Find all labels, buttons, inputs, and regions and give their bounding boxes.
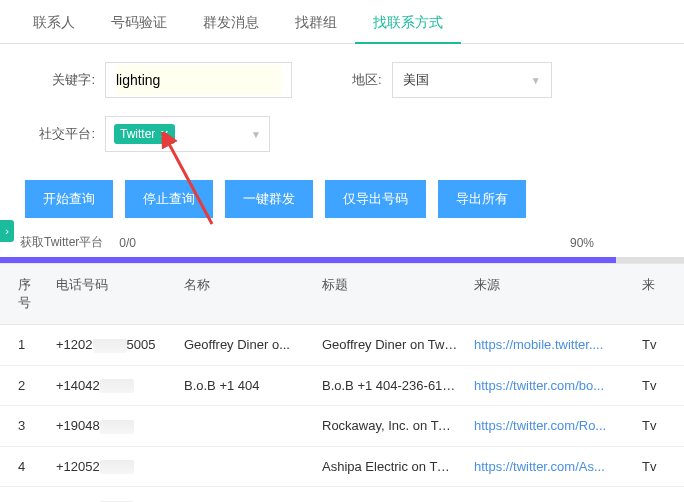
cell-phone: +14042 xyxy=(48,366,176,406)
cell-title: Geoffrey Diner on Twit... xyxy=(314,325,466,365)
keyword-label: 关键字: xyxy=(25,71,95,89)
progress-bar xyxy=(0,257,684,263)
col-source: 来源 xyxy=(466,264,634,324)
cell-idx: 5 xyxy=(0,487,48,502)
cell-source[interactable]: https://twitter.com/As... xyxy=(466,447,634,487)
col-phone: 电话号码 xyxy=(48,264,176,324)
tab-findcontact[interactable]: 找联系方式 xyxy=(355,4,461,44)
cell-name xyxy=(176,447,314,487)
tab-groupmsg[interactable]: 群发消息 xyxy=(185,4,277,43)
cell-src2: Tv xyxy=(634,325,674,365)
cell-name: Geoffrey Diner o... xyxy=(176,325,314,365)
chevron-down-icon: ▼ xyxy=(251,129,261,140)
table-row[interactable]: 4+12052Ashipa Electric on Twit...https:/… xyxy=(0,447,684,488)
cell-title: B.o.B +1 404-236-612... xyxy=(314,366,466,406)
col-name: 名称 xyxy=(176,264,314,324)
cell-name: B.o.B +1 404 xyxy=(176,366,314,406)
platform-tag: Twitter ✕ xyxy=(114,124,175,144)
tab-contacts[interactable]: 联系人 xyxy=(15,4,93,43)
cell-src2: Tv xyxy=(634,447,674,487)
status-percent: 90% xyxy=(570,236,594,250)
status-fetching: 获取Twitter平台 xyxy=(20,234,103,251)
region-value: 美国 xyxy=(403,71,429,89)
keyword-input-wrap xyxy=(105,62,292,98)
tab-findgroup[interactable]: 找群组 xyxy=(277,4,355,43)
groupsend-button[interactable]: 一键群发 xyxy=(225,180,313,218)
keyword-input[interactable] xyxy=(116,65,281,95)
start-button[interactable]: 开始查询 xyxy=(25,180,113,218)
cell-title: Rockaway, Inc. on Twit... xyxy=(314,406,466,446)
cell-idx: 1 xyxy=(0,325,48,365)
col-src2: 来 xyxy=(634,264,674,324)
cell-idx: 4 xyxy=(0,447,48,487)
cell-phone: +12052 xyxy=(48,447,176,487)
cell-src2: Tv xyxy=(634,406,674,446)
col-idx: 序号 xyxy=(0,264,48,324)
tab-verify[interactable]: 号码验证 xyxy=(93,4,185,43)
cell-src2: Tv xyxy=(634,366,674,406)
platform-tag-text: Twitter xyxy=(120,127,155,141)
cell-source[interactable]: https://twitter.com/An... xyxy=(466,487,634,502)
table-row[interactable]: 1+12025005Geoffrey Diner o...Geoffrey Di… xyxy=(0,325,684,366)
cell-phone: +12025005 xyxy=(48,325,176,365)
exportnum-button[interactable]: 仅导出号码 xyxy=(325,180,426,218)
table-header: 序号 电话号码 名称 标题 来源 来 xyxy=(0,263,684,325)
table-row[interactable]: 3+19048Rockaway, Inc. on Twit...https://… xyxy=(0,406,684,447)
cell-phone: +19048 xyxy=(48,406,176,446)
chevron-down-icon: ▼ xyxy=(531,75,541,86)
exportall-button[interactable]: 导出所有 xyxy=(438,180,526,218)
table-row[interactable]: 5+180097Tweets with repli...Tweets with … xyxy=(0,487,684,502)
cell-title: Tweets with replies by... xyxy=(314,487,466,502)
region-select[interactable]: 美国 ▼ xyxy=(392,62,552,98)
cell-title: Ashipa Electric on Twit... xyxy=(314,447,466,487)
cell-source[interactable]: https://twitter.com/bo... xyxy=(466,366,634,406)
cell-name xyxy=(176,406,314,446)
cell-idx: 2 xyxy=(0,366,48,406)
cell-src2: Tv xyxy=(634,487,674,502)
platform-label: 社交平台: xyxy=(25,125,95,143)
cell-source[interactable]: https://mobile.twitter.... xyxy=(466,325,634,365)
side-toggle[interactable]: › xyxy=(0,220,14,242)
region-label: 地区: xyxy=(352,71,382,89)
tabs: 联系人 号码验证 群发消息 找群组 找联系方式 xyxy=(0,4,684,44)
cell-idx: 3 xyxy=(0,406,48,446)
cell-phone: +180097 xyxy=(48,487,176,502)
cell-source[interactable]: https://twitter.com/Ro... xyxy=(466,406,634,446)
table-row[interactable]: 2+14042B.o.B +1 404B.o.B +1 404-236-612.… xyxy=(0,366,684,407)
tag-remove-icon[interactable]: ✕ xyxy=(160,128,169,141)
col-title: 标题 xyxy=(314,264,466,324)
status-count: 0/0 xyxy=(119,236,136,250)
stop-button[interactable]: 停止查询 xyxy=(125,180,213,218)
cell-name: Tweets with repli... xyxy=(176,487,314,502)
platform-select[interactable]: Twitter ✕ ▼ xyxy=(105,116,270,152)
